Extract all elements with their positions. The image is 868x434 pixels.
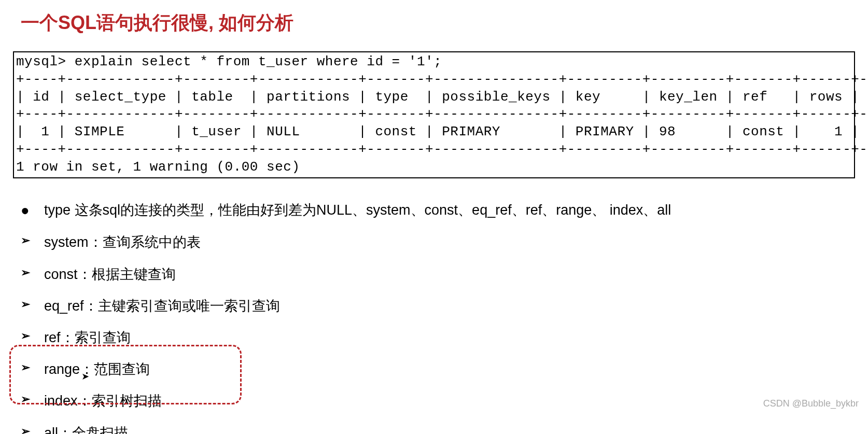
main-bullet-text: type 这条sql的连接的类型，性能由好到差为NULL、system、cons… [44, 199, 858, 221]
table-border-mid: +----+-------------+--------+-----------… [16, 106, 868, 122]
arrow-icon: ➢ [21, 327, 44, 345]
arrow-icon: ➢ [21, 295, 44, 313]
result-footer: 1 row in set, 1 warning (0.00 sec) [16, 159, 300, 175]
sub-bullet-all: ➢ all：全盘扫描 [21, 422, 858, 435]
watermark-text: CSDN @Bubble_bykbr [763, 398, 859, 409]
highlight-annotation-box [9, 345, 242, 404]
table-border-bottom: +----+-------------+--------+-----------… [16, 142, 868, 157]
sub-bullet-system: ➢ system：查询系统中的表 [21, 231, 858, 254]
sub-bullet-const: ➢ const：根据主键查询 [21, 263, 858, 286]
sub-bullet-text: eq_ref：主键索引查询或唯一索引查询 [44, 295, 858, 317]
page-title: 一个SQL语句执行很慢, 如何分析 [21, 10, 858, 36]
sub-bullet-eqref: ➢ eq_ref：主键索引查询或唯一索引查询 [21, 295, 858, 317]
sql-prompt-line: mysql> explain select * from t_user wher… [16, 54, 442, 69]
cursor-icon: ➤ [81, 371, 89, 382]
table-border-top: +----+-------------+--------+-----------… [16, 72, 868, 87]
table-header-row: | id | select_type | table | partitions … [16, 89, 868, 105]
explain-output-box: mysql> explain select * from t_user wher… [13, 51, 855, 178]
sub-bullet-text: all：全盘扫描 [44, 422, 858, 435]
table-data-row: | 1 | SIMPLE | t_user | NULL | const | P… [16, 124, 868, 139]
sub-bullet-text: system：查询系统中的表 [44, 231, 858, 254]
main-bullet: ● type 这条sql的连接的类型，性能由好到差为NULL、system、co… [21, 199, 858, 222]
arrow-icon: ➢ [21, 263, 44, 282]
disc-icon: ● [21, 199, 44, 222]
arrow-icon: ➢ [21, 422, 44, 435]
arrow-icon: ➢ [21, 231, 44, 249]
sub-bullet-text: const：根据主键查询 [44, 263, 858, 286]
